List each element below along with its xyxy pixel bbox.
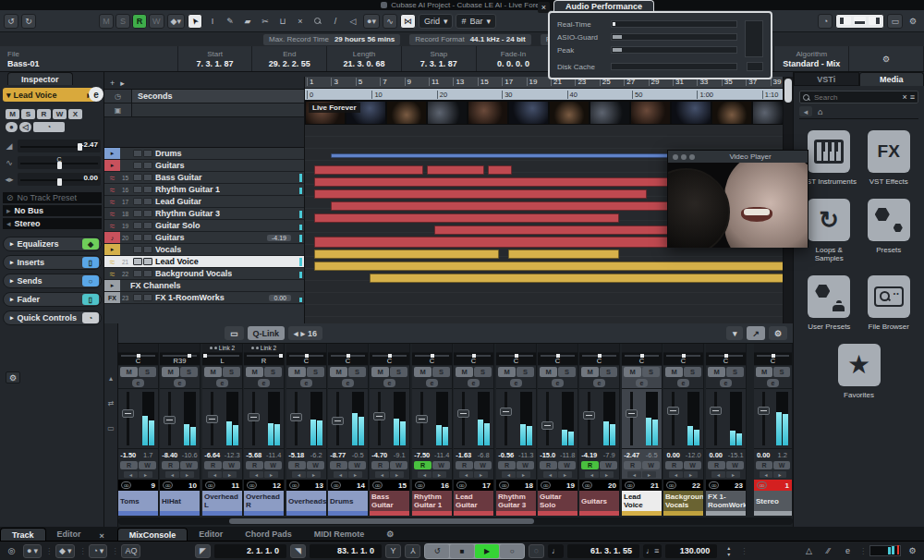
mixer-expand-window-icon[interactable]: ↗ xyxy=(747,326,765,340)
inspector-gear-icon[interactable]: ⚙ xyxy=(6,371,20,383)
strip-next-icon[interactable]: ▸ xyxy=(642,471,656,478)
channel-number-row[interactable]: oo21 xyxy=(622,479,662,491)
track-solo-button[interactable] xyxy=(143,222,152,229)
track-visibility-icon[interactable]: ▸ xyxy=(120,79,125,88)
strip-volume-value[interactable]: -0.56 xyxy=(496,451,517,459)
track-solo-button[interactable] xyxy=(143,258,152,265)
audio-event[interactable] xyxy=(488,165,512,175)
auto-scroll-icon[interactable]: ◆▾ xyxy=(167,14,185,29)
mixer-window-icon[interactable]: ▭ xyxy=(225,326,244,340)
pan-control[interactable]: R xyxy=(244,353,284,366)
fader-section[interactable] xyxy=(538,388,578,449)
strip-read-button[interactable]: R xyxy=(246,461,263,469)
strip-volume-value[interactable]: -5.68 xyxy=(244,451,264,459)
midi-record-mode-icon[interactable]: ◔▾ xyxy=(89,544,107,558)
channel-strip-lead-guitar[interactable]: CMSe-1.63-6.8RW◂▸oo17Lead Guitar xyxy=(454,344,494,516)
strip-edit-button[interactable]: e xyxy=(342,379,354,387)
track-mute-button[interactable] xyxy=(133,162,142,169)
strip-prev-icon[interactable]: ◂ xyxy=(711,471,725,478)
pan-control[interactable]: C xyxy=(754,353,792,366)
strip-mute-button[interactable]: M xyxy=(540,367,557,377)
pan-control[interactable]: C xyxy=(538,353,578,366)
strip-next-icon[interactable]: ▸ xyxy=(558,471,572,478)
strip-volume-value[interactable]: -4.19 xyxy=(579,451,600,459)
strip-read-button[interactable]: R xyxy=(498,461,516,469)
pan-control[interactable]: C xyxy=(622,353,662,366)
right-locator-value[interactable]: 83. 1. 1. 0 xyxy=(310,544,382,558)
fader-handle[interactable] xyxy=(122,409,134,418)
fader-section[interactable] xyxy=(244,388,284,449)
channel-strip-background-vocals[interactable]: CMSe0.00-12.0RW◂▸oo22Background Vocals xyxy=(663,344,704,516)
strip-prev-icon[interactable]: ◂ xyxy=(375,471,389,478)
curve-kind-icon[interactable]: ∿ xyxy=(383,14,397,29)
pan-control[interactable]: C xyxy=(370,353,409,366)
color-tool-icon[interactable]: ●▾ xyxy=(363,14,380,29)
pan-control[interactable]: C xyxy=(412,353,452,366)
strip-edit-button[interactable]: e xyxy=(426,379,438,387)
fader-section[interactable] xyxy=(370,388,409,449)
track-w-button[interactable]: W xyxy=(53,109,67,119)
track-row-rhythm-guitar-1[interactable]: ≈16Rhythm Guitar 1 xyxy=(104,184,304,196)
strip-prev-icon[interactable]: ◂ xyxy=(124,471,138,478)
strip-edit-button[interactable]: e xyxy=(510,379,522,387)
channel-number-row[interactable]: oo19 xyxy=(538,479,578,491)
track-m-button[interactable]: M xyxy=(6,109,19,119)
ruler-track-row[interactable]: ◷ Seconds xyxy=(104,90,304,103)
track-x-button[interactable]: X xyxy=(68,109,82,119)
audio-event[interactable] xyxy=(314,237,681,248)
channel-number-row[interactable]: oo9 xyxy=(118,479,158,491)
punch-in-icon[interactable]: Y xyxy=(385,544,401,558)
strip-edit-button[interactable]: e xyxy=(383,379,395,387)
info-line-gear-icon[interactable]: ⚙ xyxy=(849,46,924,71)
strip-solo-button[interactable]: S xyxy=(517,367,534,377)
track-row-vocals[interactable]: ▸Vocals xyxy=(104,244,304,256)
channel-strip-overhead-r[interactable]: Link 2RMSe-5.68-11.4RW◂▸oo12Overhead R xyxy=(244,344,285,516)
strip-read-button[interactable]: R xyxy=(204,461,222,469)
strip-solo-button[interactable]: S xyxy=(223,367,240,377)
undo-icon[interactable]: ↺ xyxy=(4,14,18,29)
strip-mute-button[interactable]: M xyxy=(288,367,306,377)
channel-strip-hihat[interactable]: R39MSe-8.40-10.6RW◂▸oo10HiHat xyxy=(160,344,201,516)
channel-name[interactable]: Toms xyxy=(118,491,158,511)
close-icon[interactable] xyxy=(673,154,678,160)
right-locator-icon[interactable]: ◥ xyxy=(290,544,306,558)
tab-inspector[interactable]: Inspector xyxy=(7,72,73,85)
strip-next-icon[interactable]: ▸ xyxy=(726,471,740,478)
audio-performance-panel[interactable]: × Audio Performance Real-TimeASIO-GuardP… xyxy=(539,0,772,79)
strip-write-button[interactable]: W xyxy=(180,461,198,469)
metronome-setup-icon[interactable]: e xyxy=(840,544,856,558)
strip-next-icon[interactable]: ▸ xyxy=(264,471,278,478)
track-solo-button[interactable] xyxy=(143,234,152,241)
fader-section[interactable] xyxy=(754,388,792,449)
strip-solo-button[interactable]: S xyxy=(139,367,156,377)
strip-read-button[interactable]: R xyxy=(162,461,179,469)
channel-name[interactable]: FX 1-RoomWork xyxy=(706,491,746,511)
channel-number-row[interactable]: oo17 xyxy=(454,479,493,491)
fader-handle[interactable] xyxy=(667,407,679,415)
strip-read-button[interactable]: R xyxy=(288,461,306,469)
strip-write-button[interactable]: W xyxy=(264,461,282,469)
inspector-section-inserts[interactable]: ▸Inserts▯ xyxy=(3,255,102,270)
strip-solo-button[interactable]: S xyxy=(264,367,282,377)
toolbar-gear-icon[interactable]: ⚙ xyxy=(906,14,920,29)
track-row-fx-channels[interactable]: ▸FX Channels xyxy=(104,280,304,292)
fader-handle[interactable] xyxy=(206,415,218,423)
strip-mute-button[interactable]: M xyxy=(581,367,599,377)
strip-next-icon[interactable]: ▸ xyxy=(348,471,362,478)
split-tool-icon[interactable]: ✂ xyxy=(258,14,273,29)
strip-edit-button[interactable]: e xyxy=(677,379,689,387)
right-zone-toggle-icon[interactable] xyxy=(869,17,881,25)
pan-slider[interactable]: ∿ C xyxy=(4,155,101,170)
track-mute-button[interactable] xyxy=(133,258,142,265)
strip-solo-button[interactable]: S xyxy=(390,367,407,377)
strip-read-button[interactable]: R xyxy=(624,461,641,469)
play-tool-icon[interactable]: ◁ xyxy=(346,14,360,29)
track-mute-button[interactable] xyxy=(133,222,142,229)
tab-media[interactable]: Media xyxy=(859,72,924,86)
audio-event[interactable] xyxy=(314,262,790,271)
fader-handle[interactable] xyxy=(164,416,176,424)
fader-handle[interactable] xyxy=(248,413,260,421)
strip-next-icon[interactable]: ▸ xyxy=(180,471,194,478)
track-row-fx-1-roomworks[interactable]: FX23FX 1-RoomWorks0.00 xyxy=(104,292,304,304)
quantize-select[interactable]: #Bar▾ xyxy=(456,14,496,29)
